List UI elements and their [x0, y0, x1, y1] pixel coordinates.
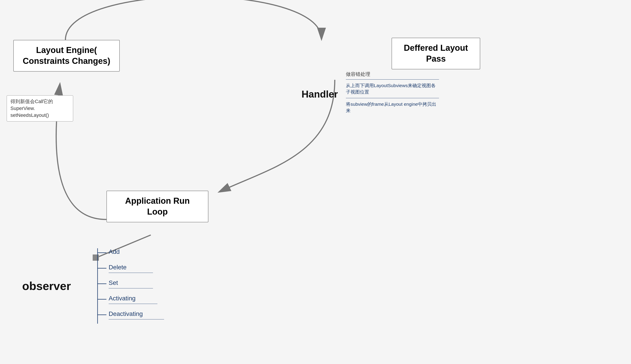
- app-run-line2: Loop: [147, 207, 168, 216]
- observer-item-deactivating: Deactivating: [109, 310, 164, 320]
- deffered-line1: Deffered Layout: [404, 43, 468, 52]
- observer-item-activating: Activating: [109, 295, 158, 304]
- superview-annotation: 得到新值会Call它的SuperView.setNeedsLayout(): [7, 95, 73, 122]
- handler-label: Handler: [302, 89, 338, 100]
- observer-item-set: Set: [109, 279, 153, 288]
- handler-item-1: 从上而下调用LayoutSubviews来确定视图各子视图位置: [346, 79, 439, 98]
- superview-text: 得到新值会Call它的SuperView.setNeedsLayout(): [10, 99, 53, 118]
- handler-title: 做容错处理: [346, 71, 439, 78]
- deffered-line2: Pass: [426, 54, 446, 64]
- deffered-layout-node: Deffered Layout Pass: [392, 38, 480, 70]
- app-run-loop-node: Application Run Loop: [106, 191, 208, 222]
- observer-item-add: Add: [109, 248, 120, 256]
- observer-items-container: Add Delete Set Activating Deactivating: [95, 242, 173, 331]
- observer-label: observer: [22, 279, 71, 292]
- handler-annotations: 做容错处理 从上而下调用LayoutSubviews来确定视图各子视图位置 将s…: [346, 71, 439, 116]
- layout-engine-line1: Layout Engine(: [36, 46, 97, 55]
- app-run-line1: Application Run: [125, 196, 190, 206]
- handler-item-2: 将subview的frame从Layout engine中拷贝出来: [346, 98, 439, 116]
- diagram-container: Layout Engine( Constraints Changes) Deff…: [0, 0, 631, 364]
- observer-item-delete: Delete: [109, 264, 153, 273]
- layout-engine-node: Layout Engine( Constraints Changes): [13, 40, 120, 72]
- layout-engine-line2: Constraints Changes): [23, 56, 110, 66]
